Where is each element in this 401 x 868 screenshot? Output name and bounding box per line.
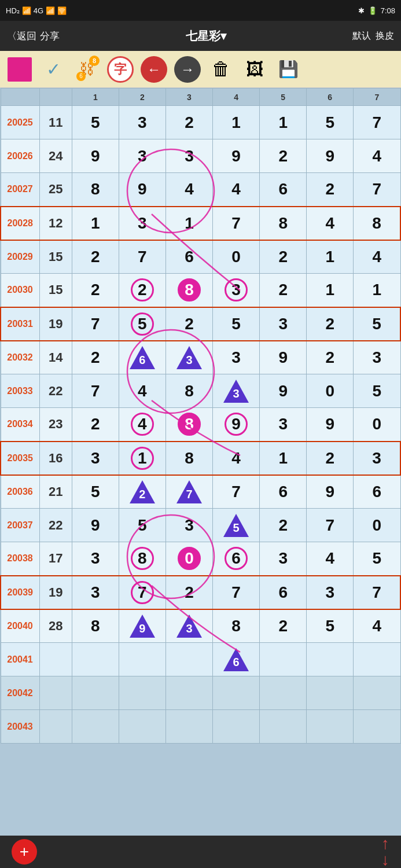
cell: 2 (260, 609, 307, 643)
header-1: 1 (72, 89, 119, 106)
share-button[interactable]: 分享 (40, 30, 60, 43)
trash-button[interactable]: 🗑 (206, 54, 236, 84)
badge-number-2: 6 (76, 72, 86, 81)
cell: 6 (260, 576, 307, 609)
photo-icon: 🖼 (246, 60, 263, 79)
cell: 5 (354, 542, 400, 576)
circled-number: 6 (225, 547, 248, 570)
scroll-arrows[interactable]: ↑ ↓ (381, 836, 389, 868)
cell: 5 (354, 374, 400, 408)
nav-right[interactable]: 默认 换皮 (352, 30, 394, 42)
table-row: 20032 14 2 6 3 3 9 2 3 (1, 341, 400, 374)
cell: 4 (119, 408, 165, 442)
back-button[interactable]: 〈返回 (7, 30, 36, 43)
row-sum: 17 (39, 542, 72, 576)
badge-number: 8 (89, 56, 100, 66)
circled-number: 2 (131, 278, 154, 301)
cell: 9 (307, 139, 354, 173)
default-button[interactable]: 默认 (352, 30, 371, 42)
cell: 7 (213, 576, 260, 609)
cell: 5 (119, 307, 165, 341)
table-row: 20025 11 5 3 2 1 1 5 7 (1, 106, 400, 139)
save-button[interactable]: 💾 (273, 54, 303, 84)
row-id: 20030 (1, 274, 39, 307)
cell: 4 (165, 173, 212, 207)
triangle-marker: 6 (130, 345, 155, 370)
cell: 5 (72, 106, 119, 139)
cell (165, 676, 212, 710)
cell: 1 (213, 106, 260, 139)
circled-number: 1 (131, 447, 154, 470)
header-6: 6 (307, 89, 354, 106)
cell: 4 (307, 207, 354, 240)
cell: 9 (260, 341, 307, 374)
cell (307, 710, 354, 744)
row-sum: 12 (39, 207, 72, 240)
row-sum: 15 (39, 274, 72, 307)
row-id: 20032 (1, 341, 39, 374)
photo-button[interactable]: 🖼 (240, 54, 270, 84)
cell: 8 (165, 442, 212, 475)
cell (72, 643, 119, 676)
cell: 5 (307, 106, 354, 139)
cell: 2 (307, 307, 354, 341)
row-sum: 16 (39, 442, 72, 475)
bottom-bar: + ↑ ↓ (0, 836, 401, 868)
cell: 7 (307, 509, 354, 542)
cell (307, 676, 354, 710)
row-sum (39, 676, 72, 710)
data-table-wrapper: 1 2 3 4 5 6 7 20025 11 5 3 2 1 1 5 7 (0, 88, 401, 744)
cell: 4 (213, 442, 260, 475)
cell: 9 (213, 139, 260, 173)
cell: 2 (119, 274, 165, 307)
lottery-table: 1 2 3 4 5 6 7 20025 11 5 3 2 1 1 5 7 (0, 88, 401, 744)
row-sum: 14 (39, 341, 72, 374)
cell: 3 (165, 609, 212, 643)
check-button[interactable]: ✓ (38, 54, 68, 84)
row-id: 20043 (1, 710, 39, 744)
add-button[interactable]: + (12, 839, 37, 865)
cell: 3 (119, 139, 165, 173)
table-row: 20030 15 2 2 8 3 2 1 1 (1, 274, 400, 307)
cell: 2 (165, 106, 212, 139)
cell: 3 (119, 207, 165, 240)
cell: 2 (307, 173, 354, 207)
row-id: 20040 (1, 609, 39, 643)
arrow-left-button[interactable]: ← (139, 54, 169, 84)
cell: 7 (354, 576, 400, 609)
cell: 2 (260, 274, 307, 307)
cell: 8 (213, 609, 260, 643)
link-button[interactable]: ⛓ 8 6 (72, 54, 102, 84)
header-num (39, 89, 72, 106)
cell: 1 (165, 207, 212, 240)
cell: 0 (307, 374, 354, 408)
cell: 5 (72, 475, 119, 509)
cell: 7 (165, 475, 212, 509)
cell: 2 (260, 240, 307, 274)
status-wifi: 📶 (46, 6, 55, 15)
cell: 2 (72, 341, 119, 374)
table-row: 20043 (1, 710, 400, 744)
cell: 0 (213, 240, 260, 274)
zi-button[interactable]: 字 (105, 54, 135, 84)
save-icon: 💾 (278, 60, 299, 79)
skin-button[interactable]: 换皮 (376, 30, 394, 42)
cell: 9 (260, 374, 307, 408)
cell: 4 (119, 374, 165, 408)
color-picker-button[interactable] (5, 54, 35, 84)
circled-fill-number: 8 (178, 278, 201, 301)
cell: 9 (119, 173, 165, 207)
table-row: 20042 (1, 676, 400, 710)
table-row: 20027 25 8 9 4 4 6 2 7 (1, 173, 400, 207)
up-arrow-icon: ↑ (381, 836, 389, 852)
header-5: 5 (260, 89, 307, 106)
cell (307, 643, 354, 676)
cell: 3 (72, 542, 119, 576)
cell (213, 676, 260, 710)
cell: 8 (165, 408, 212, 442)
row-id: 20042 (1, 676, 39, 710)
nav-left[interactable]: 〈返回 分享 (7, 30, 60, 43)
cell (72, 710, 119, 744)
cell (165, 710, 212, 744)
arrow-right-button[interactable]: → (172, 54, 203, 84)
